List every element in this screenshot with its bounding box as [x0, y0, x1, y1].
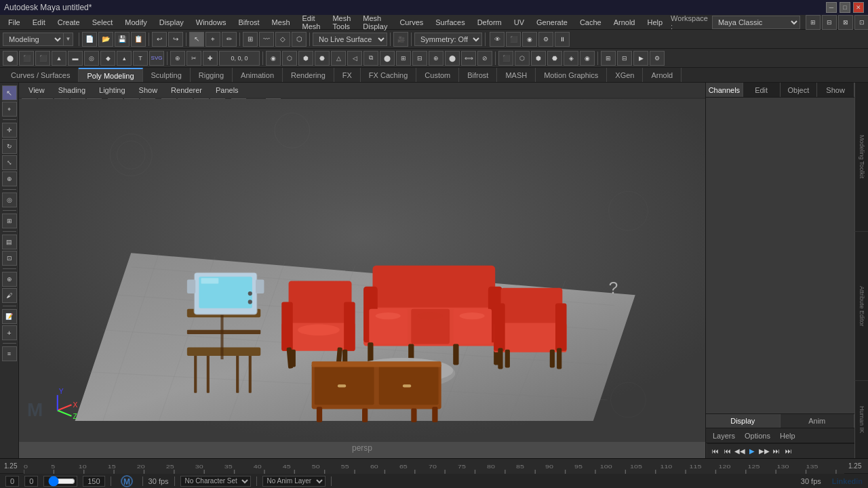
menu-uv[interactable]: UV [509, 17, 530, 28]
go-end-btn[interactable]: ⏭ [783, 446, 794, 457]
show-tab[interactable]: Show [817, 83, 854, 97]
display-mode-4[interactable]: ⬣ [547, 51, 562, 66]
plane-btn[interactable]: ▬ [68, 51, 83, 66]
anim-tab[interactable]: Anim [781, 414, 855, 428]
workspace-icon-4[interactable]: ⊡ [854, 15, 868, 30]
render-region-btn[interactable]: ⊞ [601, 51, 616, 66]
menu-help[interactable]: Help [642, 17, 668, 28]
tab-xgen[interactable]: XGen [607, 68, 643, 82]
maximize-button[interactable]: □ [840, 2, 850, 13]
menu-cache[interactable]: Cache [574, 17, 607, 28]
layers-btn[interactable]: Layers [710, 430, 738, 441]
snap-grid-btn[interactable]: ⊞ [243, 32, 258, 47]
go-start-btn[interactable]: ⏮ [710, 446, 721, 457]
cylinder-btn[interactable]: ⬛ [35, 51, 50, 66]
workspace-icon-1[interactable]: ⊞ [806, 15, 821, 30]
menu-mesh[interactable]: Mesh [267, 17, 296, 28]
display-tab[interactable]: Display [706, 414, 781, 428]
menu-curves[interactable]: Curves [394, 17, 429, 28]
new-file-btn[interactable]: 📄 [82, 32, 97, 47]
toolbar-icon-d[interactable]: ⚙ [538, 32, 553, 47]
snap-surface-btn[interactable]: ⬡ [292, 32, 307, 47]
snap-curve-btn[interactable]: 〰 [259, 32, 274, 47]
layout-btn[interactable]: ▤ [2, 235, 17, 249]
workspace-icon-3[interactable]: ⊠ [838, 15, 853, 30]
workspace-select[interactable]: Maya Classic Modeling - Standard Sculpti… [712, 16, 800, 29]
tab-bifrost[interactable]: Bifrost [459, 68, 497, 82]
bevel-btn[interactable]: ◉ [266, 51, 281, 66]
menu-deform[interactable]: Deform [472, 17, 507, 28]
duplicate-btn[interactable]: ⧉ [363, 51, 378, 66]
menu-arnold[interactable]: Arnold [608, 17, 641, 28]
workspace-icon-2[interactable]: ⊟ [822, 15, 837, 30]
smooth-btn[interactable]: ⬤ [445, 51, 460, 66]
menu-generate[interactable]: Generate [531, 17, 573, 28]
render-opts-btn[interactable]: ⚙ [650, 51, 665, 66]
tab-fx[interactable]: FX [334, 68, 361, 82]
timeline-area[interactable]: 1.25 0 5 10 15 20 25 30 35 40 45 50 55 6… [0, 458, 868, 473]
next-key-btn[interactable]: ▶▶ [759, 446, 770, 457]
wedge-btn[interactable]: ◁ [347, 51, 362, 66]
retopo-btn[interactable]: ⊘ [477, 51, 492, 66]
cone-btn[interactable]: ▲ [52, 51, 66, 66]
script-editor-btn[interactable]: 📝 [2, 309, 17, 324]
modeling-dropdown[interactable]: Modeling [3, 33, 64, 46]
play-forward-btn[interactable]: ▶ [747, 446, 757, 457]
modeling-arrow[interactable]: ▼ [64, 33, 73, 46]
display-prefs-btn[interactable]: ⊞ [2, 214, 17, 228]
tab-animation[interactable]: Animation [233, 68, 283, 82]
combine-btn[interactable]: ⊞ [396, 51, 411, 66]
menu-select[interactable]: Select [87, 17, 119, 28]
toolbar-icon-e[interactable]: ⏸ [555, 32, 570, 47]
menu-edit[interactable]: Edit [27, 17, 51, 28]
step-forward-btn[interactable]: ⏭ [771, 446, 782, 457]
display-mode-6[interactable]: ◉ [580, 51, 595, 66]
text-btn[interactable]: T [133, 51, 148, 66]
snap-point-btn[interactable]: ◇ [275, 32, 290, 47]
sphere-btn[interactable]: ⬤ [3, 51, 18, 66]
tab-rendering[interactable]: Rendering [283, 68, 334, 82]
separate-btn[interactable]: ⊟ [412, 51, 427, 66]
menu-windows[interactable]: Windows [191, 17, 232, 28]
fill-hole-btn[interactable]: ⬣ [315, 51, 330, 66]
paint-select-btn[interactable]: ✏ [222, 32, 237, 47]
connect-btn[interactable]: ✚ [203, 51, 218, 66]
menu-file[interactable]: File [3, 17, 26, 28]
connect-comps-btn[interactable]: ⊕ [2, 272, 17, 287]
menu-mesh-display[interactable]: Mesh Display [357, 13, 393, 32]
soft-mod-btn[interactable]: ◎ [2, 192, 17, 207]
prev-key-btn[interactable]: ◀◀ [734, 446, 745, 457]
open-file-btn[interactable]: 📂 [98, 32, 113, 47]
no-live-surface-dropdown[interactable]: No Live Surface [313, 33, 387, 46]
menu-edit-mesh[interactable]: Edit Mesh [297, 13, 326, 32]
character-set-dropdown[interactable]: No Character Set [180, 476, 251, 487]
display-mode-2[interactable]: ⬡ [515, 51, 530, 66]
toolbar-icon-c[interactable]: ◉ [522, 32, 537, 47]
scale-tool-btn[interactable]: ⤡ [2, 155, 17, 170]
scene-viewport-svg[interactable]: ? X Z Y [19, 83, 705, 458]
anim-layer-dropdown[interactable]: No Anim Layer [262, 476, 326, 487]
lasso-select-btn[interactable]: ⌖ [205, 32, 220, 47]
symmetry-dropdown[interactable]: Symmetry: Off [414, 33, 482, 46]
universal-manip-btn[interactable]: ⊕ [2, 171, 17, 186]
step-back-btn[interactable]: ⏮ [722, 446, 733, 457]
tab-custom[interactable]: Custom [416, 68, 459, 82]
display-mode-1[interactable]: ⬛ [498, 51, 513, 66]
frame-range-field[interactable] [43, 476, 77, 487]
frame-range-start-field[interactable]: 0 [24, 476, 38, 487]
tab-rigging[interactable]: Rigging [191, 68, 233, 82]
loop-select-btn[interactable]: ⌖ [2, 102, 17, 117]
plus-btn[interactable]: + [2, 325, 17, 340]
mirror-btn[interactable]: ⟺ [461, 51, 476, 66]
timeline-ruler[interactable]: 0 5 10 15 20 25 30 35 40 45 50 55 60 65 … [24, 459, 844, 474]
options-btn[interactable]: Options [742, 430, 773, 441]
extrude-btn[interactable]: ⬡ [282, 51, 297, 66]
move-tool-btn[interactable]: ✛ [2, 123, 17, 138]
pyramid-btn[interactable]: ▴ [117, 51, 132, 66]
menu-surfaces[interactable]: Surfaces [430, 17, 470, 28]
bridge-btn[interactable]: ⬢ [298, 51, 313, 66]
render-seq-btn[interactable]: ⊟ [617, 51, 632, 66]
menu-create[interactable]: Create [52, 17, 85, 28]
menu-mesh-tools[interactable]: Mesh Tools [327, 13, 356, 32]
redo-btn[interactable]: ↪ [168, 32, 183, 47]
